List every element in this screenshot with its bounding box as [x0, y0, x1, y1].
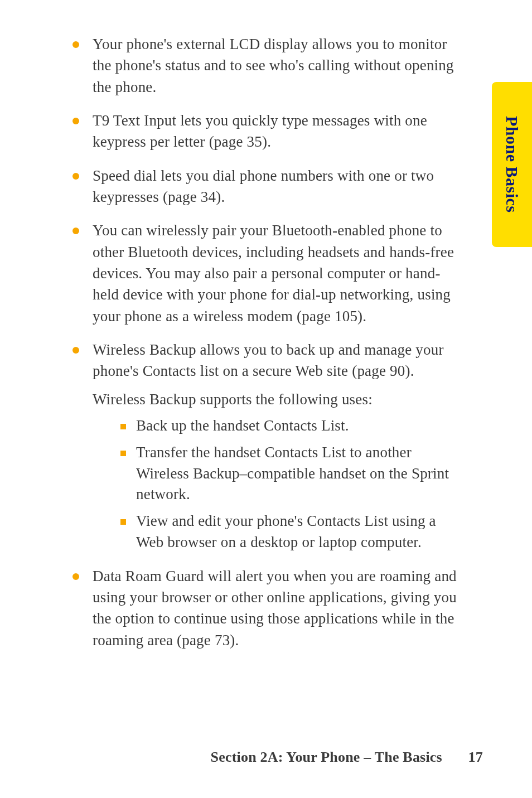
list-item: Speed dial lets you dial phone numbers w… [72, 165, 463, 208]
primary-list: Your phone's external LCD display allows… [72, 33, 463, 651]
list-item: Data Roam Guard will alert you when you … [72, 565, 463, 651]
sub-list-item: Transfer the handset Contacts List to an… [120, 442, 463, 505]
list-item-text: Wireless Backup allows you to back up an… [93, 341, 444, 379]
list-item: You can wirelessly pair your Bluetooth-e… [72, 220, 463, 327]
list-item: Wireless Backup allows you to back up an… [72, 339, 463, 553]
secondary-list: Back up the handset Contacts List. Trans… [120, 415, 463, 553]
footer-page-number: 17 [468, 749, 483, 765]
sub-list-item: Back up the handset Contacts List. [120, 415, 463, 437]
side-tab-label: Phone Basics [502, 116, 521, 213]
subheading-text: Wireless Backup supports the following u… [93, 389, 463, 410]
page-content: Your phone's external LCD display allows… [72, 33, 463, 663]
sub-list-item: View and edit your phone's Contacts List… [120, 511, 463, 553]
list-item: Your phone's external LCD display allows… [72, 33, 463, 98]
footer-section: Section 2A: Your Phone – The Basics [211, 749, 442, 765]
side-tab: Phone Basics [492, 82, 532, 247]
page-footer: Section 2A: Your Phone – The Basics 17 [211, 749, 483, 766]
list-item: T9 Text Input lets you quickly type mess… [72, 110, 463, 153]
